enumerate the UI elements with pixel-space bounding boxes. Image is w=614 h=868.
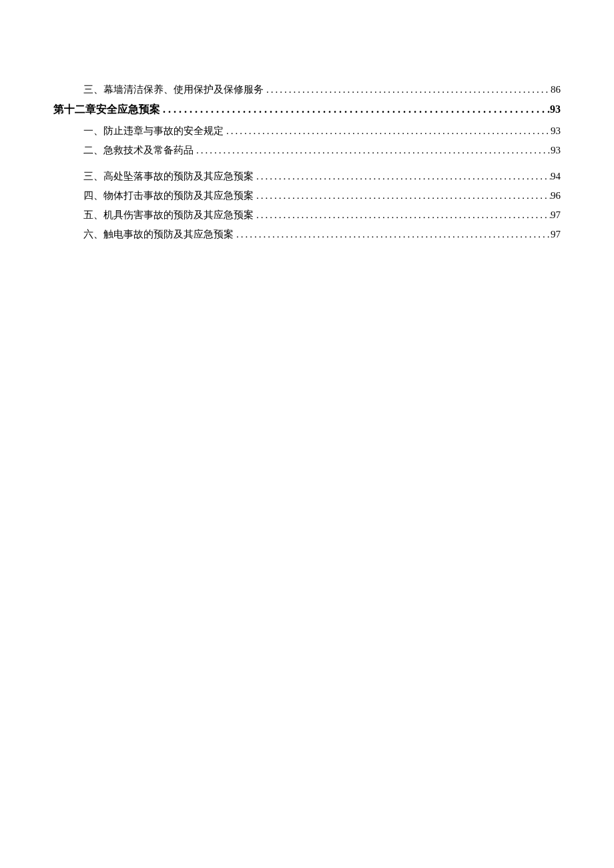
toc-leader-dots bbox=[254, 171, 551, 182]
toc-title: 五、机具伤害事故的预防及其应急预案 bbox=[83, 209, 254, 222]
toc-line: 六、触电事故的预防及其应急预案97 bbox=[53, 228, 561, 241]
toc-group-gap bbox=[53, 163, 561, 170]
toc-page-number: 96 bbox=[551, 190, 561, 201]
toc-title: 四、物体打击事故的预防及其应急预案 bbox=[83, 189, 254, 202]
toc-line: 四、物体打击事故的预防及其应急预案96 bbox=[53, 189, 561, 202]
toc-title: 第十二章安全应急预案 bbox=[53, 103, 160, 117]
toc-page-number: 94 bbox=[551, 171, 561, 182]
toc-title: 一、防止违章与事故的安全规定 bbox=[83, 125, 224, 137]
toc-line: 第十二章安全应急预案93 bbox=[53, 103, 561, 117]
toc-leader-dots bbox=[254, 209, 551, 221]
toc-page-number: 93 bbox=[551, 125, 561, 137]
toc-line: 三、高处坠落事故的预防及其应急预案94 bbox=[53, 170, 561, 183]
toc-page-number: 93 bbox=[551, 145, 561, 156]
toc-leader-dots bbox=[160, 103, 550, 115]
toc-leader-dots bbox=[264, 84, 551, 95]
toc-leader-dots bbox=[224, 125, 551, 137]
toc-page-number: 93 bbox=[550, 103, 561, 115]
toc-line: 五、机具伤害事故的预防及其应急预案97 bbox=[53, 209, 561, 222]
toc-title: 三、幕墙清洁保养、使用保护及保修服务 bbox=[83, 83, 264, 96]
toc-page-number: 97 bbox=[551, 209, 561, 221]
toc-page-number: 97 bbox=[551, 229, 561, 240]
toc-leader-dots bbox=[234, 229, 551, 240]
toc-title: 三、高处坠落事故的预防及其应急预案 bbox=[83, 170, 254, 183]
toc-title: 二、急救技术及常备药品 bbox=[83, 144, 194, 157]
toc-container: 三、幕墙清洁保养、使用保护及保修服务86第十二章安全应急预案93一、防止违章与事… bbox=[53, 83, 561, 241]
toc-line: 一、防止违章与事故的安全规定93 bbox=[53, 125, 561, 137]
toc-page-number: 86 bbox=[551, 84, 561, 95]
toc-leader-dots bbox=[254, 190, 551, 201]
toc-leader-dots bbox=[194, 145, 551, 156]
toc-title: 六、触电事故的预防及其应急预案 bbox=[83, 228, 234, 241]
toc-line: 三、幕墙清洁保养、使用保护及保修服务86 bbox=[53, 83, 561, 96]
toc-line: 二、急救技术及常备药品93 bbox=[53, 144, 561, 157]
